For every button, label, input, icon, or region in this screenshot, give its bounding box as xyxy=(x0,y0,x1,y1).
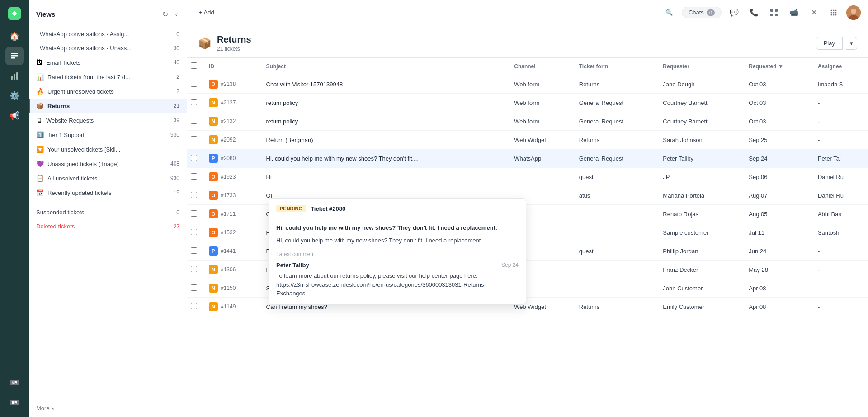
sidebar-item-recently-updated[interactable]: 📅Recently updated tickets19 xyxy=(29,185,187,200)
row-checkbox-cell[interactable] xyxy=(187,186,203,205)
ticket-view-subtitle: 21 tickets xyxy=(217,46,251,52)
row-checkbox[interactable] xyxy=(191,284,197,291)
row-requested-cell: Oct 03 xyxy=(743,75,812,94)
row-checkbox[interactable] xyxy=(191,247,197,254)
sidebar-item-rated-tickets[interactable]: 📊Rated tickets from the last 7 d...2 xyxy=(29,70,187,84)
sidebar-item-urgent-unresolved[interactable]: 🔥Urgent unresolved tickets2 xyxy=(29,84,187,99)
row-checkbox[interactable] xyxy=(191,192,197,198)
table-row[interactable]: N #2132 return policy Web form General R… xyxy=(187,112,868,131)
phone-icon-btn[interactable]: 📞 xyxy=(747,5,761,20)
row-requested-cell: Oct 03 xyxy=(743,94,812,112)
sidebar-item-email-tickets[interactable]: 🖼Email Tickets40 xyxy=(29,55,187,70)
sidebar-item-unassigned-triage[interactable]: 💜Unassigned tickets (Triage)408 xyxy=(29,156,187,171)
col-requested[interactable]: Requested ▼ xyxy=(743,58,812,75)
svg-rect-6 xyxy=(16,72,18,80)
row-checkbox-cell[interactable] xyxy=(187,149,203,168)
row-checkbox[interactable] xyxy=(191,155,197,161)
app-logo[interactable] xyxy=(6,5,23,22)
ticket-header-right: Play ▾ xyxy=(816,37,857,50)
select-all-checkbox[interactable] xyxy=(191,62,197,69)
row-checkbox-cell[interactable] xyxy=(187,75,203,94)
col-channel: Channel xyxy=(509,58,574,75)
row-checkbox[interactable] xyxy=(191,136,197,142)
row-checkbox[interactable] xyxy=(191,210,197,217)
sidebar-item-returns[interactable]: 📦Returns21 xyxy=(29,99,187,113)
apps-icon-btn[interactable] xyxy=(826,5,841,20)
popup-latest-comment-label: Latest comment xyxy=(276,251,519,257)
ticket-type-badge: O xyxy=(209,209,218,218)
row-checkbox[interactable] xyxy=(191,229,197,235)
play-dropdown-button[interactable]: ▾ xyxy=(846,37,857,50)
sidebar-item-tickets[interactable] xyxy=(5,47,24,65)
popup-header: PENDING Ticket #2080 xyxy=(269,199,526,217)
row-id-cell: O #1532 xyxy=(203,223,261,242)
ticket-id: #2092 xyxy=(221,137,236,143)
sidebar-item-all-unsolved[interactable]: 📋All unsolved tickets930 xyxy=(29,171,187,185)
svg-point-13 xyxy=(835,9,837,11)
row-requested-cell: Apr 08 xyxy=(743,279,812,298)
row-form-cell xyxy=(574,223,658,242)
row-subject-cell: Hi xyxy=(261,168,509,186)
sidebar-item-chart[interactable] xyxy=(5,67,24,85)
row-id-cell: N #1149 xyxy=(203,298,261,316)
sidebar-item-deleted[interactable]: Deleted tickets22 xyxy=(29,219,187,233)
row-requester-cell: Franz Decker xyxy=(657,261,743,279)
col-id: ID xyxy=(203,58,261,75)
table-row[interactable]: O #2138 Chat with Visitor 1570139948 Web… xyxy=(187,75,868,94)
collapse-icon[interactable]: ‹ xyxy=(174,9,179,20)
row-checkbox-cell[interactable] xyxy=(187,298,203,316)
row-checkbox-cell[interactable] xyxy=(187,94,203,112)
row-checkbox-cell[interactable] xyxy=(187,131,203,149)
table-row[interactable]: P #2080 Hi, could you help me with my ne… xyxy=(187,149,868,168)
add-button[interactable]: + Add xyxy=(194,6,219,19)
sidebar-item-label-unassigned-triage: Unassigned tickets (Triage) xyxy=(47,161,169,167)
sidebar-item-whatsapp-assigned[interactable]: WhatsApp conversations - Assig...0 xyxy=(29,27,187,41)
row-checkbox-cell[interactable] xyxy=(187,242,203,261)
ticket-type-badge: N xyxy=(209,302,218,311)
row-id-cell: N #2132 xyxy=(203,112,261,131)
select-all-header[interactable] xyxy=(187,58,203,75)
sidebar-item-tier1-support[interactable]: 1️⃣Tier 1 Support930 xyxy=(29,128,187,142)
table-row[interactable]: N #2137 return policy Web form General R… xyxy=(187,94,868,112)
play-button[interactable]: Play xyxy=(816,37,843,50)
chat-icon-btn[interactable]: 💬 xyxy=(727,5,741,20)
row-checkbox-cell[interactable] xyxy=(187,279,203,298)
row-checkbox-cell[interactable] xyxy=(187,112,203,131)
sidebar-item-home[interactable]: 🏠 xyxy=(5,27,24,45)
user-avatar[interactable] xyxy=(846,5,861,20)
table-row[interactable]: O #1923 Hi quest JP Sep 06 Daniel Ru xyxy=(187,168,868,186)
sidebar-item-whatsapp-unassigned[interactable]: WhatsApp conversations - Unass...30 xyxy=(29,41,187,55)
row-form-cell: quest xyxy=(574,168,658,186)
row-form-cell: Returns xyxy=(574,75,658,94)
more-button[interactable]: More » xyxy=(29,399,187,417)
sidebar-item-icon-all-unsolved: 📋 xyxy=(36,175,44,182)
video-icon-btn[interactable]: 📹 xyxy=(787,5,801,20)
row-checkbox-cell[interactable] xyxy=(187,223,203,242)
sidebar-item-br[interactable]: BR xyxy=(5,393,24,412)
sidebar-item-website-requests[interactable]: 🖥Website Requests39 xyxy=(29,113,187,128)
row-checkbox[interactable] xyxy=(191,173,197,180)
chats-badge[interactable]: Chats 0 xyxy=(682,7,722,18)
refresh-icon[interactable]: ↻ xyxy=(160,8,170,20)
row-checkbox[interactable] xyxy=(191,118,197,124)
grid-icon-btn[interactable] xyxy=(767,5,781,20)
search-button[interactable]: 🔍 xyxy=(662,5,676,20)
sidebar-item-count-email-tickets: 40 xyxy=(174,59,179,66)
sidebar-item-your-unsolved[interactable]: 🔽Your unsolved tickets [Skil... xyxy=(29,142,187,156)
row-checkbox-cell[interactable] xyxy=(187,261,203,279)
ticket-id: #1150 xyxy=(221,285,236,291)
sidebar-item-settings[interactable]: ⚙️ xyxy=(5,87,24,105)
row-checkbox[interactable] xyxy=(191,99,197,105)
sidebar-item-announce[interactable]: 📢 xyxy=(5,107,24,125)
row-checkbox-cell[interactable] xyxy=(187,205,203,223)
sidebar-item-kb[interactable]: KB xyxy=(5,374,24,392)
row-checkbox[interactable] xyxy=(191,303,197,309)
close-icon-btn[interactable]: ✕ xyxy=(807,5,821,20)
sidebar-item-icon-tier1-support: 1️⃣ xyxy=(36,131,44,138)
sidebar-item-suspended[interactable]: Suspended tickets0 xyxy=(29,205,187,219)
popup-comment: Peter Tailby To learn more about our ret… xyxy=(276,262,519,298)
table-row[interactable]: N #2092 Return (Bergman) Web Widget Retu… xyxy=(187,131,868,149)
row-checkbox[interactable] xyxy=(191,266,197,272)
row-checkbox[interactable] xyxy=(191,81,197,87)
row-checkbox-cell[interactable] xyxy=(187,168,203,186)
